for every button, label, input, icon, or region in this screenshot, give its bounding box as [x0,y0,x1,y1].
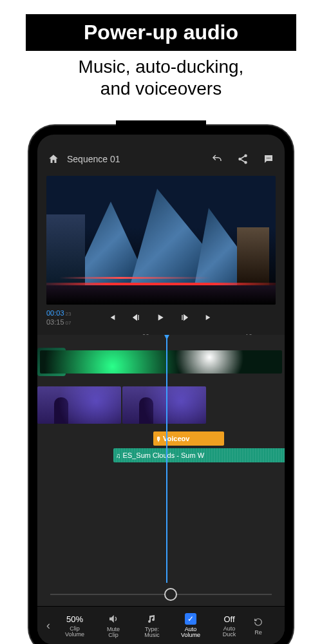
overlay-track[interactable] [37,348,285,376]
music-note-icon [116,451,123,459]
type-music-tool[interactable]: Type:Music [133,613,171,638]
mute-clip-tool[interactable]: MuteClip [94,613,133,638]
voiceover-track[interactable]: Voiceov [37,431,285,446]
app-screen: Sequence 01 [37,135,285,644]
audio-toolbar: ‹ 50% ClipVolume MuteClip Type:Music ✓ A… [37,606,285,644]
voiceover-clip[interactable]: Voiceov [153,431,224,446]
check-icon: ✓ [185,613,196,625]
skip-end-icon[interactable] [204,312,214,323]
mic-icon [156,435,163,442]
music-track[interactable]: ES_Sum Clouds - Sum W [37,448,285,462]
video-track[interactable] [37,386,285,424]
svg-point-0 [245,155,247,156]
top-bar: Sequence 01 [37,144,285,175]
playback-bar: 00:0323 03:1507 [37,305,285,331]
play-icon[interactable] [155,312,166,323]
sequence-title[interactable]: Sequence 01 [67,154,210,164]
clip-volume-tool[interactable]: 50% ClipVolume [55,614,94,638]
music-note-icon [147,613,157,625]
zoom-handle[interactable] [164,588,177,601]
svg-point-5 [270,158,271,159]
toolbar-back-icon[interactable]: ‹ [41,619,55,632]
promo-subtitle: Music, auto-ducking, and voiceovers [0,56,322,99]
frame-back-icon[interactable] [131,312,141,323]
home-icon[interactable] [46,152,61,166]
promo-title: Power-up audio [26,14,296,51]
volume-icon [108,613,119,625]
reset-tool[interactable]: Re [249,616,268,636]
video-clip[interactable] [122,386,206,424]
music-clip[interactable]: ES_Sum Clouds - Sum W [113,448,285,462]
comment-icon[interactable] [261,152,276,166]
frame-forward-icon[interactable] [180,312,190,323]
skip-start-icon[interactable] [106,312,117,323]
undo-icon[interactable] [210,152,224,166]
timeline[interactable]: Voiceov ES_Sum Clouds - Sum W [37,335,285,583]
overlay-clip[interactable] [37,348,66,376]
svg-point-2 [245,162,247,164]
video-clip[interactable] [37,386,121,424]
zoom-slider[interactable] [37,583,285,606]
auto-duck-tool[interactable]: Off AutoDuck [210,614,249,638]
phone-frame: Sequence 01 [29,126,293,644]
share-icon[interactable] [236,152,250,166]
video-preview[interactable] [46,176,276,305]
playhead[interactable] [166,335,167,583]
auto-volume-tool[interactable]: ✓ AutoVolume [171,613,210,638]
svg-point-4 [268,158,269,159]
svg-point-1 [239,158,241,160]
reset-icon [254,616,263,628]
svg-point-3 [267,158,268,159]
timecode-display: 00:0323 03:1507 [46,308,71,327]
